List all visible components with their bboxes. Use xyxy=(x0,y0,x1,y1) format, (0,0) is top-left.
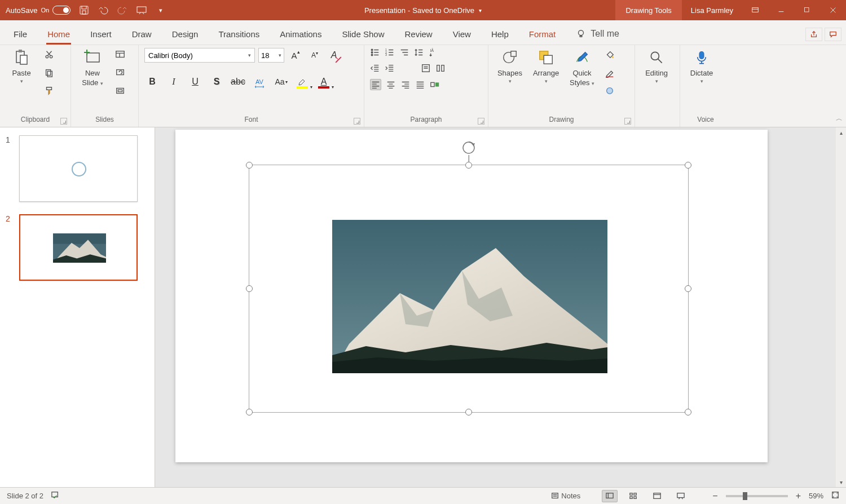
resize-handle-se[interactable] xyxy=(685,409,691,415)
rotate-handle[interactable] xyxy=(461,140,476,155)
numbering-button[interactable]: 123 xyxy=(385,47,395,58)
slideshow-from-start-icon[interactable] xyxy=(136,5,147,16)
scroll-down-icon[interactable]: ▾ xyxy=(836,477,846,487)
decrease-indent-button[interactable] xyxy=(370,63,380,73)
tab-format[interactable]: Format xyxy=(520,25,565,45)
align-left-button[interactable] xyxy=(370,79,381,90)
normal-view-button[interactable] xyxy=(602,490,618,502)
minimize-icon[interactable] xyxy=(768,0,794,20)
resize-handle-nw[interactable] xyxy=(246,162,253,169)
slideshow-view-button[interactable] xyxy=(673,490,689,502)
columns-button[interactable] xyxy=(435,63,446,73)
undo-icon[interactable] xyxy=(98,5,109,16)
reset-slide-button[interactable] xyxy=(113,65,127,80)
strikethrough-button[interactable]: abc xyxy=(230,74,246,90)
thumbnail-preview[interactable] xyxy=(19,135,138,202)
copy-button[interactable] xyxy=(42,65,56,80)
new-slide-dropdown-icon[interactable]: ▾ xyxy=(100,81,103,86)
cut-button[interactable] xyxy=(42,47,56,62)
slide-canvas-area[interactable]: ▴ ▾ xyxy=(155,127,846,487)
notes-button[interactable]: Notes xyxy=(551,492,580,500)
paragraph-dialog-launcher[interactable] xyxy=(478,118,484,125)
resize-handle-e[interactable] xyxy=(685,285,691,292)
layout-button[interactable] xyxy=(113,47,127,62)
resize-handle-s[interactable] xyxy=(465,409,472,415)
font-dialog-launcher[interactable] xyxy=(354,118,360,125)
bullets-button[interactable] xyxy=(370,47,380,58)
save-location[interactable]: Saved to OneDrive xyxy=(412,6,474,15)
shape-effects-button[interactable] xyxy=(602,83,617,98)
zoom-in-button[interactable]: + xyxy=(796,491,801,501)
tab-slide-show[interactable]: Slide Show xyxy=(333,25,393,45)
decrease-font-button[interactable]: A▾ xyxy=(307,47,323,63)
highlight-color-button[interactable]: ▾ xyxy=(294,74,310,90)
selection-box[interactable] xyxy=(249,165,689,413)
slide-counter[interactable]: Slide 2 of 2 xyxy=(7,492,43,500)
quick-styles-button[interactable]: Quick Styles ▾ xyxy=(566,47,598,87)
underline-button[interactable]: U xyxy=(187,74,203,90)
shapes-button[interactable]: Shapes▾ xyxy=(494,47,526,84)
italic-button[interactable]: I xyxy=(166,74,182,90)
paste-dropdown-icon[interactable]: ▾ xyxy=(20,78,23,84)
align-center-button[interactable] xyxy=(386,79,396,90)
tab-view[interactable]: View xyxy=(444,25,480,45)
tab-design[interactable]: Design xyxy=(163,25,208,45)
scroll-up-icon[interactable]: ▴ xyxy=(836,127,846,138)
paste-button[interactable]: Paste ▾ xyxy=(6,47,37,84)
tab-file[interactable]: File xyxy=(5,25,36,45)
new-slide-button[interactable]: New Slide ▾ xyxy=(77,47,108,87)
tab-animations[interactable]: Animations xyxy=(271,25,331,45)
slide[interactable] xyxy=(175,130,768,462)
align-right-button[interactable] xyxy=(400,79,411,90)
spell-check-icon[interactable] xyxy=(51,491,59,501)
save-icon[interactable] xyxy=(78,5,90,16)
vertical-scrollbar[interactable]: ▴ ▾ xyxy=(836,127,846,487)
format-painter-button[interactable] xyxy=(42,83,56,98)
close-icon[interactable] xyxy=(820,0,846,20)
clear-formatting-button[interactable]: A xyxy=(326,47,342,63)
editing-button[interactable]: Editing▾ xyxy=(641,47,672,84)
shadow-button[interactable]: S xyxy=(209,74,224,90)
zoom-level[interactable]: 59% xyxy=(809,492,823,500)
increase-font-button[interactable]: A▴ xyxy=(288,47,303,63)
resize-handle-n[interactable] xyxy=(465,162,472,169)
tab-home[interactable]: Home xyxy=(38,25,79,45)
save-location-dropdown-icon[interactable]: ▾ xyxy=(479,7,482,14)
tab-help[interactable]: Help xyxy=(482,25,518,45)
dictate-button[interactable]: Dictate▾ xyxy=(686,47,717,84)
increase-indent-button[interactable] xyxy=(385,63,395,73)
reading-view-button[interactable] xyxy=(649,490,665,502)
list-level-button[interactable] xyxy=(399,47,409,58)
autosave-toggle[interactable]: AutoSave On xyxy=(6,6,70,15)
collapse-ribbon-icon[interactable]: ︿ xyxy=(836,114,843,123)
font-size-combo[interactable]: 18▾ xyxy=(258,48,284,63)
customize-qat-icon[interactable]: ▾ xyxy=(155,5,166,16)
drawing-dialog-launcher[interactable] xyxy=(624,118,631,125)
character-spacing-button[interactable]: AV xyxy=(252,74,267,90)
tab-transitions[interactable]: Transitions xyxy=(209,25,268,45)
resize-handle-w[interactable] xyxy=(246,285,253,292)
redo-icon[interactable] xyxy=(117,5,128,16)
ribbon-display-options-icon[interactable] xyxy=(742,0,768,20)
tell-me-search[interactable]: Tell me xyxy=(567,24,628,45)
justify-button[interactable] xyxy=(415,79,425,90)
shape-outline-button[interactable] xyxy=(602,65,617,80)
font-color-button[interactable]: A▾ xyxy=(316,74,332,90)
text-direction-button[interactable]: lÂ xyxy=(429,47,439,58)
zoom-out-button[interactable]: − xyxy=(712,491,717,501)
zoom-slider-thumb[interactable] xyxy=(743,492,747,500)
resize-handle-ne[interactable] xyxy=(685,162,691,169)
tab-review[interactable]: Review xyxy=(395,25,441,45)
autosave-switch[interactable] xyxy=(52,6,70,15)
font-name-combo[interactable]: Calibri (Body)▾ xyxy=(144,48,255,63)
tab-insert[interactable]: Insert xyxy=(81,25,121,45)
change-case-button[interactable]: Aa▾ xyxy=(273,74,289,90)
section-button[interactable] xyxy=(113,83,127,98)
fit-to-window-button[interactable] xyxy=(831,491,839,501)
thumbnail-slide-1[interactable]: 1 xyxy=(6,135,149,202)
share-button[interactable] xyxy=(805,28,822,41)
align-text-button[interactable] xyxy=(421,63,431,73)
clipboard-dialog-launcher[interactable] xyxy=(60,118,67,125)
maximize-icon[interactable] xyxy=(794,0,820,20)
line-spacing-button[interactable] xyxy=(414,47,424,58)
